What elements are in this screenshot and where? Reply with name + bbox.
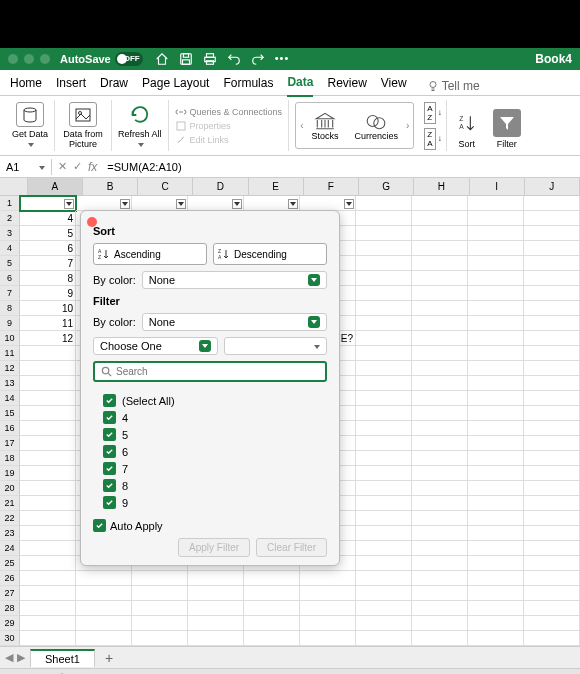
cell[interactable]	[468, 256, 524, 271]
cell[interactable]: 4	[20, 211, 76, 226]
cell[interactable]	[524, 256, 580, 271]
more-icon[interactable]: •••	[275, 52, 290, 66]
col-header-a[interactable]: A	[28, 178, 83, 195]
row-header[interactable]: 16	[0, 421, 20, 436]
sheet-tab-1[interactable]: Sheet1	[30, 649, 95, 667]
cell[interactable]	[524, 616, 580, 631]
cell[interactable]	[356, 496, 412, 511]
row-header[interactable]: 27	[0, 586, 20, 601]
cell[interactable]	[468, 406, 524, 421]
refresh-all-button[interactable]: Refresh All	[112, 100, 169, 151]
cell[interactable]	[524, 421, 580, 436]
filter-color-select[interactable]: None	[142, 313, 327, 331]
row-header[interactable]: 18	[0, 451, 20, 466]
row-header[interactable]: 8	[0, 301, 20, 316]
cell[interactable]	[356, 391, 412, 406]
cell[interactable]	[412, 406, 468, 421]
cell[interactable]: 10	[20, 301, 76, 316]
cell[interactable]	[356, 556, 412, 571]
spreadsheet-grid[interactable]: A B C D E F G H I J 12345678910111213141…	[0, 178, 580, 646]
cell[interactable]	[524, 601, 580, 616]
sort-desc-small[interactable]: ZA↓	[424, 128, 441, 150]
cell[interactable]	[412, 301, 468, 316]
cell[interactable]	[300, 196, 356, 211]
cell[interactable]	[20, 391, 76, 406]
cell[interactable]	[188, 571, 244, 586]
tab-home[interactable]: Home	[10, 76, 42, 96]
cell[interactable]	[524, 196, 580, 211]
get-data-button[interactable]: Get Data	[6, 100, 55, 151]
cell[interactable]	[468, 316, 524, 331]
name-box[interactable]: A1	[0, 159, 52, 175]
row-header[interactable]: 1	[0, 196, 20, 211]
row-header[interactable]: 26	[0, 571, 20, 586]
cell[interactable]	[524, 541, 580, 556]
cell[interactable]	[468, 586, 524, 601]
formula-input[interactable]: =SUM(A2:A10)	[103, 161, 580, 173]
cell[interactable]	[132, 616, 188, 631]
cell[interactable]	[356, 226, 412, 241]
cell[interactable]	[468, 451, 524, 466]
row-header[interactable]: 21	[0, 496, 20, 511]
cell[interactable]	[188, 616, 244, 631]
col-header-h[interactable]: H	[414, 178, 469, 195]
data-from-picture-button[interactable]: Data from Picture	[55, 100, 112, 151]
col-header-g[interactable]: G	[359, 178, 414, 195]
col-header-i[interactable]: I	[470, 178, 525, 195]
cell[interactable]: 11	[20, 316, 76, 331]
cell[interactable]	[356, 196, 412, 211]
cell[interactable]	[244, 196, 300, 211]
properties-button[interactable]: Properties	[175, 120, 283, 132]
cell[interactable]	[412, 256, 468, 271]
filter-item[interactable]: 4	[103, 409, 327, 426]
cell[interactable]	[300, 631, 356, 646]
cell[interactable]	[524, 556, 580, 571]
cell[interactable]	[244, 586, 300, 601]
row-header[interactable]: 14	[0, 391, 20, 406]
cell[interactable]	[356, 601, 412, 616]
cell[interactable]	[188, 586, 244, 601]
cell[interactable]: 6	[20, 241, 76, 256]
cell[interactable]	[356, 541, 412, 556]
cell[interactable]	[20, 361, 76, 376]
cell[interactable]	[412, 481, 468, 496]
cell[interactable]	[468, 271, 524, 286]
cell[interactable]	[412, 571, 468, 586]
cell[interactable]	[356, 466, 412, 481]
cell[interactable]	[524, 586, 580, 601]
cell[interactable]	[468, 526, 524, 541]
cell[interactable]	[300, 586, 356, 601]
cell[interactable]	[132, 196, 188, 211]
cell[interactable]	[356, 241, 412, 256]
row-header[interactable]: 5	[0, 256, 20, 271]
row-header[interactable]: 3	[0, 226, 20, 241]
cell[interactable]	[356, 316, 412, 331]
row-header[interactable]: 20	[0, 481, 20, 496]
sort-asc-small[interactable]: AZ↓	[424, 102, 441, 124]
tab-view[interactable]: View	[381, 76, 407, 96]
cell[interactable]	[468, 391, 524, 406]
cell[interactable]	[356, 271, 412, 286]
cell[interactable]	[412, 616, 468, 631]
cell[interactable]	[412, 271, 468, 286]
cell[interactable]	[20, 196, 76, 211]
apply-filter-button[interactable]: Apply Filter	[178, 538, 250, 557]
cell[interactable]	[468, 481, 524, 496]
row-header[interactable]: 12	[0, 361, 20, 376]
cell[interactable]	[524, 316, 580, 331]
cell[interactable]	[412, 346, 468, 361]
cell[interactable]	[412, 631, 468, 646]
cell[interactable]	[524, 511, 580, 526]
cell[interactable]	[300, 571, 356, 586]
cell[interactable]	[20, 586, 76, 601]
add-sheet-button[interactable]: +	[95, 650, 123, 666]
cell[interactable]	[412, 556, 468, 571]
cell[interactable]	[356, 436, 412, 451]
cell[interactable]	[468, 511, 524, 526]
cell[interactable]	[132, 601, 188, 616]
row-header[interactable]: 30	[0, 631, 20, 646]
filter-item[interactable]: 5	[103, 426, 327, 443]
filter-button[interactable]: Filter	[487, 100, 527, 151]
cell[interactable]	[356, 256, 412, 271]
filter-dropdown-icon[interactable]	[232, 199, 242, 209]
